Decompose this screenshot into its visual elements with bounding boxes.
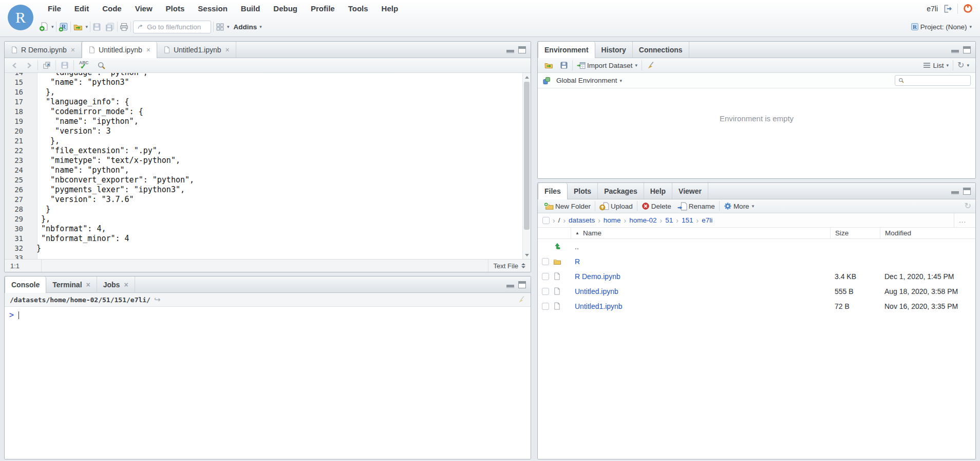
minimize-icon[interactable] bbox=[506, 285, 514, 288]
new-project-button[interactable] bbox=[56, 21, 70, 33]
load-workspace-button[interactable] bbox=[542, 60, 556, 71]
save-document-button[interactable] bbox=[59, 60, 71, 71]
row-checkbox[interactable] bbox=[542, 258, 549, 265]
goto-file-input[interactable] bbox=[147, 23, 207, 31]
tab-untitled-ipynb[interactable]: Untitled.ipynb × bbox=[82, 42, 157, 58]
print-button[interactable] bbox=[118, 21, 130, 33]
maximize-icon[interactable] bbox=[518, 46, 526, 53]
tab-r-demo-ipynb[interactable]: R Demo.ipynb × bbox=[5, 42, 82, 58]
back-button[interactable] bbox=[9, 60, 21, 71]
column-header-name[interactable]: ▲ Name bbox=[571, 228, 830, 238]
maximize-icon[interactable] bbox=[963, 46, 971, 53]
scrollbar-thumb[interactable] bbox=[524, 82, 530, 230]
save-workspace-button[interactable] bbox=[558, 60, 570, 71]
menu-debug[interactable]: Debug bbox=[267, 4, 304, 13]
breadcrumb-root[interactable]: / bbox=[558, 216, 560, 224]
tab-files[interactable]: Files bbox=[538, 183, 568, 199]
code-editor-area[interactable]: 14 "language": "python", 15 "name": "pyt… bbox=[5, 73, 531, 259]
environment-search-box[interactable] bbox=[895, 75, 971, 86]
row-checkbox[interactable] bbox=[542, 273, 549, 280]
parent-directory-icon[interactable] bbox=[553, 243, 561, 250]
tab-help[interactable]: Help bbox=[644, 183, 672, 199]
close-icon[interactable]: × bbox=[146, 46, 150, 54]
tab-terminal[interactable]: Terminal × bbox=[46, 276, 97, 292]
minimize-icon[interactable] bbox=[951, 191, 959, 195]
refresh-files-icon[interactable]: ↻ bbox=[965, 202, 971, 210]
delete-button[interactable]: Delete bbox=[639, 200, 673, 212]
maximize-icon[interactable] bbox=[963, 188, 971, 195]
list-view-selector[interactable]: List ▾ bbox=[920, 60, 951, 71]
tab-history[interactable]: History bbox=[595, 42, 633, 58]
goto-file-search[interactable] bbox=[133, 21, 211, 33]
file-name[interactable]: Untitled1.ipynb bbox=[575, 302, 623, 310]
breadcrumb-151[interactable]: 151 bbox=[682, 216, 693, 224]
minimize-icon[interactable] bbox=[951, 50, 959, 53]
menu-file[interactable]: File bbox=[41, 4, 68, 13]
select-all-checkbox[interactable] bbox=[542, 217, 550, 224]
editor-scrollbar[interactable] bbox=[522, 73, 531, 259]
tab-console[interactable]: Console bbox=[5, 276, 46, 293]
scroll-up-icon[interactable] bbox=[523, 73, 531, 81]
rename-button[interactable]: Rename bbox=[675, 200, 717, 212]
breadcrumb-overflow-button[interactable]: ... bbox=[954, 213, 971, 227]
menu-code[interactable]: Code bbox=[96, 4, 128, 13]
save-all-button[interactable] bbox=[103, 21, 117, 33]
forward-button[interactable] bbox=[23, 60, 35, 71]
filetype-selector[interactable]: Text File bbox=[488, 260, 531, 272]
menu-view[interactable]: View bbox=[128, 4, 159, 13]
open-file-button[interactable]: ▾ bbox=[71, 21, 90, 33]
clear-environment-button[interactable] bbox=[644, 60, 657, 71]
upload-button[interactable]: Upload bbox=[597, 200, 635, 212]
close-icon[interactable]: × bbox=[86, 281, 90, 289]
menu-tools[interactable]: Tools bbox=[342, 4, 375, 13]
column-header-size[interactable]: Size bbox=[830, 228, 880, 238]
breadcrumb-home-02[interactable]: home-02 bbox=[629, 216, 656, 224]
close-icon[interactable]: × bbox=[124, 281, 128, 289]
sign-out-icon[interactable] bbox=[943, 4, 952, 13]
menu-help[interactable]: Help bbox=[375, 4, 405, 13]
environment-scope-selector[interactable]: Global Environment ▾ bbox=[554, 75, 624, 86]
breadcrumb-home[interactable]: home bbox=[604, 216, 621, 224]
file-row-untitled1-ipynb[interactable]: Untitled1.ipynb 72 B Nov 16, 2020, 3:35 … bbox=[538, 299, 975, 314]
file-name[interactable]: R bbox=[575, 257, 580, 266]
addins-button[interactable]: Addins ▾ bbox=[232, 22, 264, 32]
file-name[interactable]: Untitled.ipynb bbox=[575, 287, 618, 296]
scroll-down-icon[interactable] bbox=[523, 251, 531, 259]
project-selector[interactable]: Project: (None) ▾ bbox=[909, 21, 974, 32]
file-row-updir[interactable]: .. bbox=[538, 239, 975, 254]
menu-profile[interactable]: Profile bbox=[304, 4, 342, 13]
breadcrumb-datasets[interactable]: datasets bbox=[569, 216, 595, 224]
more-button[interactable]: More ▾ bbox=[722, 200, 756, 212]
file-row-untitled-ipynb[interactable]: Untitled.ipynb 555 B Aug 18, 2020, 3:58 … bbox=[538, 284, 975, 299]
menu-plots[interactable]: Plots bbox=[159, 4, 192, 13]
tab-jobs[interactable]: Jobs × bbox=[97, 276, 135, 292]
new-file-button[interactable]: ▾ bbox=[37, 21, 56, 33]
save-button[interactable] bbox=[90, 21, 103, 33]
tab-environment[interactable]: Environment bbox=[538, 42, 595, 58]
tab-plots[interactable]: Plots bbox=[568, 183, 598, 199]
find-replace-button[interactable] bbox=[95, 60, 108, 71]
spellcheck-button[interactable]: ABC ✓ bbox=[77, 59, 92, 72]
close-icon[interactable]: × bbox=[71, 46, 75, 54]
tab-connections[interactable]: Connections bbox=[633, 42, 689, 58]
refresh-environment-button[interactable]: ↻ ▾ bbox=[955, 60, 971, 71]
environment-search-input[interactable] bbox=[907, 77, 967, 84]
open-in-files-icon[interactable]: ↪ bbox=[154, 295, 161, 304]
import-dataset-button[interactable]: Import Dataset ▾ bbox=[575, 60, 639, 71]
console-input-area[interactable]: > bbox=[5, 307, 531, 459]
breadcrumb-e7li[interactable]: e7li bbox=[702, 216, 712, 224]
minimize-icon[interactable] bbox=[506, 50, 514, 53]
tab-packages[interactable]: Packages bbox=[598, 183, 644, 199]
menu-edit[interactable]: Edit bbox=[68, 4, 96, 13]
file-name[interactable]: .. bbox=[575, 243, 579, 251]
clear-console-broom-icon[interactable] bbox=[517, 296, 525, 304]
maximize-icon[interactable] bbox=[518, 281, 526, 288]
menu-build[interactable]: Build bbox=[234, 4, 267, 13]
file-row-folder-r[interactable]: R bbox=[538, 254, 975, 269]
file-row-r-demo-ipynb[interactable]: R Demo.ipynb 3.4 KB Dec 1, 2020, 1:45 PM bbox=[538, 269, 975, 284]
column-header-modified[interactable]: Modified bbox=[880, 228, 975, 238]
file-name[interactable]: R Demo.ipynb bbox=[575, 272, 620, 281]
open-in-new-window-button[interactable] bbox=[41, 60, 53, 71]
close-icon[interactable]: × bbox=[225, 46, 230, 54]
breadcrumb-51[interactable]: 51 bbox=[665, 216, 673, 224]
